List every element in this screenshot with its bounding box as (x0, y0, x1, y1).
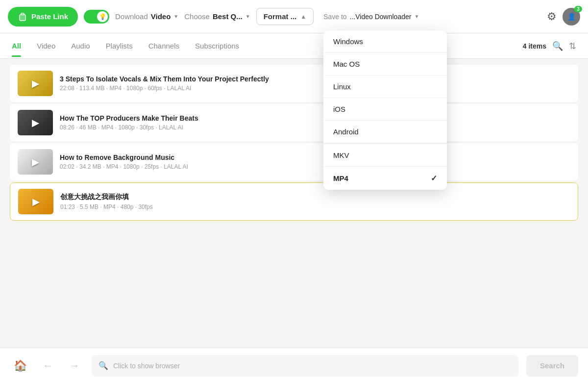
video-list: ▶ 3 Steps To Isolate Vocals & Mix Them I… (10, 65, 578, 221)
paste-icon (18, 12, 27, 22)
video-title: 创意大挑战之我画你填 (60, 193, 570, 202)
forward-icon: → (69, 359, 80, 372)
format-button[interactable]: Format ... ▲ (256, 8, 314, 25)
format-dropdown: Windows Mac OS Linux iOS Android MKV MP4… (323, 30, 447, 190)
video-info: 3 Steps To Isolate Vocals & Mix Them Int… (60, 75, 570, 92)
video-title: How The TOP Producers Make Their Beats (60, 114, 570, 122)
home-button[interactable]: 🏠 (10, 356, 31, 376)
save-to-control[interactable]: Save to ...Video Downloader ▼ (323, 13, 419, 21)
paste-link-label: Paste Link (31, 12, 68, 21)
settings-button[interactable]: ⚙ (547, 10, 557, 23)
format-option-mp4[interactable]: MP4 ✓ (323, 167, 447, 190)
toggle-switch[interactable]: 💡 (84, 10, 109, 24)
search-bar-icon: 🔍 (98, 361, 108, 370)
format-option-macos[interactable]: Mac OS (323, 53, 447, 76)
thumbnail: ▶ (18, 149, 53, 175)
tab-channels[interactable]: Channels (148, 35, 179, 57)
download-label: Download (115, 12, 148, 21)
browser-bar[interactable]: 🔍 Click to show browser (92, 355, 518, 377)
play-icon: ▶ (32, 156, 39, 168)
avatar-icon: 👤 (567, 13, 576, 21)
svg-rect-0 (20, 15, 25, 21)
thumbnail: ▶ (18, 110, 53, 135)
avatar-button[interactable]: 👤 3 (563, 8, 580, 26)
save-value: ...Video Downloader (350, 13, 412, 21)
format-chevron-icon: ▲ (300, 13, 306, 20)
footer: 🏠 ← → 🔍 Click to show browser Search (0, 348, 588, 383)
tab-all[interactable]: All (12, 35, 21, 57)
download-value: Video (151, 12, 171, 21)
paste-link-button[interactable]: Paste Link (8, 7, 78, 26)
back-button[interactable]: ← (39, 356, 57, 376)
choose-value: Best Q... (213, 12, 243, 21)
video-item[interactable]: ▶ How to Remove Background Music 02:02 ·… (10, 143, 578, 180)
notification-badge: 3 (574, 6, 582, 12)
forward-button[interactable]: → (65, 356, 84, 376)
video-meta: 02:02 · 34.2 MB · MP4 · 1080p · 25fps · … (60, 163, 570, 170)
video-meta: 01:23 · 5.5 MB · MP4 · 480p · 30fps (60, 204, 570, 210)
back-icon: ← (43, 359, 53, 372)
save-chevron-icon: ▼ (414, 14, 419, 19)
video-info: How The TOP Producers Make Their Beats 0… (60, 114, 570, 131)
items-count: 4 items (523, 42, 546, 50)
format-option-windows[interactable]: Windows (323, 30, 447, 53)
thumbnail: ▶ (18, 71, 53, 96)
format-option-ios[interactable]: iOS (323, 98, 447, 121)
tabs-right: 4 items 🔍 ⇅ (523, 41, 576, 51)
download-chevron-icon: ▼ (173, 14, 178, 19)
video-item-highlighted[interactable]: ▶ 创意大挑战之我画你填 01:23 · 5.5 MB · MP4 · 480p… (10, 182, 578, 221)
tab-audio[interactable]: Audio (71, 35, 90, 57)
home-icon: 🏠 (14, 359, 27, 372)
thumbnail: ▶ (18, 189, 53, 214)
play-icon: ▶ (32, 196, 40, 207)
quality-chevron-icon: ▼ (245, 14, 250, 19)
format-option-mkv[interactable]: MKV (323, 144, 447, 167)
sort-button[interactable]: ⇅ (569, 41, 576, 51)
header-right: ⚙ 👤 3 (547, 8, 580, 26)
tabs-bar: All Video Audio Playlists Channels Subsc… (0, 33, 588, 59)
search-list-button[interactable]: 🔍 (552, 41, 563, 51)
avatar-container: 👤 3 (563, 8, 580, 26)
tab-subscriptions[interactable]: Subscriptions (195, 35, 239, 57)
video-meta: 08:26 · 46 MB · MP4 · 1080p · 30fps · LA… (60, 124, 570, 131)
video-title: How to Remove Background Music (60, 153, 570, 161)
tab-playlists[interactable]: Playlists (106, 35, 133, 57)
save-label: Save to (323, 13, 346, 21)
content-area: ▶ 3 Steps To Isolate Vocals & Mix Them I… (0, 59, 588, 348)
video-item[interactable]: ▶ How The TOP Producers Make Their Beats… (10, 104, 578, 141)
video-info: How to Remove Background Music 02:02 · 3… (60, 153, 570, 170)
quality-control[interactable]: Choose Best Q... ▼ (184, 12, 250, 21)
choose-label: Choose (184, 12, 210, 21)
search-label: Search (540, 361, 564, 370)
format-label: Format ... (264, 12, 297, 21)
header: Paste Link 💡 Download Video ▼ Choose Bes… (0, 0, 588, 33)
download-control[interactable]: Download Video ▼ (115, 12, 178, 21)
check-icon: ✓ (431, 174, 437, 183)
play-icon: ▶ (32, 77, 39, 89)
toggle-knob: 💡 (97, 11, 108, 22)
video-meta: 22:08 · 113.4 MB · MP4 · 1080p · 60fps ·… (60, 85, 570, 92)
format-option-linux[interactable]: Linux (323, 76, 447, 98)
browser-placeholder: Click to show browser (113, 362, 180, 370)
video-title: 3 Steps To Isolate Vocals & Mix Them Int… (60, 75, 570, 83)
video-item[interactable]: ▶ 3 Steps To Isolate Vocals & Mix Them I… (10, 65, 578, 102)
format-option-android[interactable]: Android (323, 121, 447, 143)
video-info: 创意大挑战之我画你填 01:23 · 5.5 MB · MP4 · 480p ·… (60, 193, 570, 210)
tab-video[interactable]: Video (37, 35, 55, 57)
play-icon: ▶ (32, 117, 39, 128)
search-button[interactable]: Search (526, 355, 578, 377)
